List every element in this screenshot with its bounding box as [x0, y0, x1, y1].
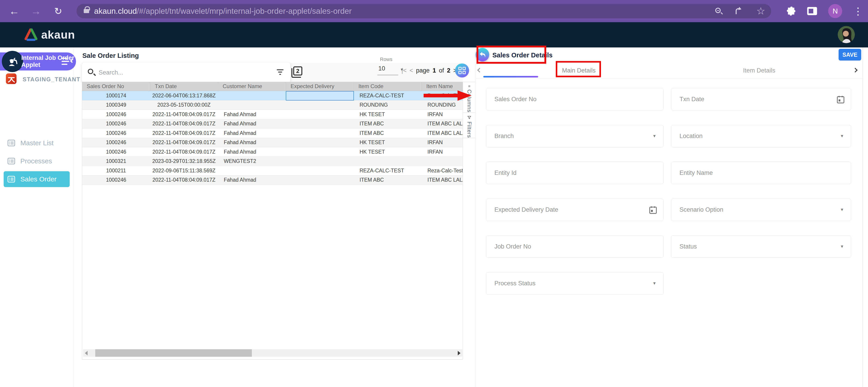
bookmark-star-icon[interactable]: ☆ — [756, 6, 765, 16]
first-page-icon[interactable]: |< — [401, 67, 407, 74]
column-header-expected-delivery[interactable]: Expected Delivery — [286, 82, 354, 91]
column-header-item-code[interactable]: Item Code — [354, 82, 422, 91]
table-cell-txn-date[interactable]: 2022-11-04T08:04:09.017Z — [150, 119, 218, 129]
profile-avatar-badge[interactable]: N — [828, 4, 842, 18]
table-row[interactable]: 10002462022-11-04T08:04:09.017ZFahad Ahm… — [82, 129, 463, 138]
scrollbar-thumb[interactable] — [95, 349, 252, 357]
table-cell-sales-order-no[interactable]: 1000246 — [82, 176, 150, 185]
table-cell-expected-delivery[interactable] — [286, 101, 354, 110]
table-cell-customer-name[interactable]: Fahad Ahmad — [218, 138, 286, 147]
table-row[interactable]: 10002112022-09-06T15:11:38.569ZREZA-CALC… — [82, 166, 463, 176]
table-cell-item-code[interactable]: HK TESET — [354, 138, 422, 147]
multi-listing-icon[interactable]: 2 — [293, 66, 303, 77]
field-expected-delivery-date[interactable]: Expected Delivery Date — [486, 199, 663, 221]
field-process-status[interactable]: Process Status▼ — [486, 272, 663, 294]
table-cell-txn-date[interactable]: 2022-06-04T06:13:17.868Z — [150, 91, 218, 100]
column-header-sales-order-no[interactable]: Sales Order No — [82, 82, 150, 91]
table-cell-item-code[interactable]: REZA-CALC-TEST — [354, 166, 422, 175]
search-box[interactable]: Search... — [82, 63, 290, 82]
table-cell-sales-order-no[interactable]: 1000246 — [82, 147, 150, 156]
selected-cell-outline[interactable] — [286, 91, 354, 101]
table-cell-customer-name[interactable]: Fahad Ahmad — [218, 129, 286, 138]
table-cell-txn-date[interactable]: 2022-11-04T08:04:09.017Z — [150, 138, 218, 147]
table-cell-item-name[interactable]: ITEM ABC LALA — [422, 119, 463, 129]
table-cell-item-name[interactable]: ROUNDING — [422, 101, 463, 110]
zoom-search-icon[interactable] — [715, 8, 722, 14]
table-cell-customer-name[interactable]: Fahad Ahmad — [218, 147, 286, 156]
field-sales-order-no[interactable]: Sales Order No — [486, 88, 663, 110]
table-cell-expected-delivery[interactable] — [286, 166, 354, 175]
field-job-order-no[interactable]: Job Order No — [486, 236, 663, 258]
grid-view-button[interactable] — [455, 64, 469, 77]
forward-icon[interactable]: → — [28, 0, 44, 22]
table-row[interactable]: 10001742022-06-04T06:13:17.868ZREZA-CALC… — [82, 91, 463, 101]
tenant-row[interactable]: STAGING_TENANT — [0, 73, 74, 84]
table-cell-item-code[interactable]: ITEM ABC — [354, 119, 422, 129]
table-row[interactable]: 10003492023-05-15T00:00:00ZROUNDINGROUND… — [82, 101, 463, 110]
table-cell-sales-order-no[interactable]: 1000246 — [82, 129, 150, 138]
table-cell-item-code[interactable]: ITEM ABC — [354, 176, 422, 185]
user-avatar[interactable] — [838, 26, 855, 43]
rows-per-page-select[interactable]: 10 — [378, 65, 385, 72]
table-cell-item-name[interactable]: IRFAN — [422, 110, 463, 119]
table-cell-sales-order-no[interactable]: 1000246 — [82, 110, 150, 119]
field-status[interactable]: Status▼ — [671, 236, 851, 258]
table-row[interactable]: 10002462022-11-04T08:04:09.017ZFahad Ahm… — [82, 147, 463, 157]
applet-pill[interactable]: Internal Job OrderApplet — [0, 52, 76, 70]
table-cell-expected-delivery[interactable] — [286, 147, 354, 156]
table-row[interactable]: 10002462022-11-04T08:04:09.017ZFahad Ahm… — [82, 138, 463, 147]
column-header-txn-date[interactable]: Txn Date — [150, 82, 218, 91]
tabs-scroll-left-icon[interactable] — [477, 68, 482, 72]
share-icon[interactable] — [735, 6, 744, 15]
back-icon[interactable]: ← — [6, 0, 22, 22]
table-row[interactable]: 10002462022-11-04T08:04:09.017ZFahad Ahm… — [82, 176, 463, 185]
table-cell-customer-name[interactable] — [218, 91, 286, 100]
table-cell-item-name[interactable]: ITEM ABC LALA — [422, 176, 463, 185]
sidebar-collapse-icon[interactable] — [62, 57, 74, 66]
table-cell-customer-name[interactable] — [218, 166, 286, 175]
field-location[interactable]: Location▼ — [671, 125, 851, 147]
table-cell-customer-name[interactable] — [218, 101, 286, 110]
table-cell-txn-date[interactable]: 2022-11-04T08:04:09.017Z — [150, 110, 218, 119]
table-row[interactable]: 10003212023-03-29T01:32:18.955ZWENGTEST2 — [82, 157, 463, 166]
sidebar-item-processes[interactable]: Processes — [4, 153, 70, 169]
table-cell-item-code[interactable]: ROUNDING — [354, 101, 422, 110]
scroll-right-icon[interactable] — [458, 351, 461, 355]
table-cell-sales-order-no[interactable]: 1000246 — [82, 138, 150, 147]
table-cell-sales-order-no[interactable]: 1000246 — [82, 119, 150, 129]
dropdown-caret-icon[interactable]: ▼ — [652, 134, 656, 139]
table-cell-item-code[interactable]: HK TESET — [354, 147, 422, 156]
scroll-left-icon[interactable] — [85, 351, 88, 355]
table-cell-expected-delivery[interactable] — [286, 110, 354, 119]
prev-page-icon[interactable]: < — [409, 67, 413, 74]
table-cell-item-name[interactable] — [422, 157, 463, 166]
table-cell-txn-date[interactable]: 2022-09-06T15:11:38.569Z — [150, 166, 218, 175]
field-branch[interactable]: Branch▼ — [486, 125, 663, 147]
column-header-item-name[interactable]: Item Name — [422, 82, 463, 91]
column-header-customer-name[interactable]: Customer Name — [218, 82, 286, 91]
table-cell-expected-delivery[interactable] — [286, 119, 354, 129]
field-scenario-option[interactable]: Scenario Option▼ — [671, 199, 851, 221]
field-entity-id[interactable]: Entity Id — [486, 162, 663, 184]
active-tab-indicator[interactable] — [483, 76, 538, 77]
table-cell-expected-delivery[interactable] — [286, 157, 354, 166]
table-cell-sales-order-no[interactable]: 1000349 — [82, 101, 150, 110]
filter-icon[interactable] — [277, 69, 283, 76]
sidebar-item-master-list[interactable]: Master List — [4, 135, 70, 151]
table-cell-txn-date[interactable]: 2023-05-15T00:00:00Z — [150, 101, 218, 110]
table-cell-txn-date[interactable]: 2022-11-04T08:04:09.017Z — [150, 176, 218, 185]
table-cell-expected-delivery[interactable] — [286, 176, 354, 185]
table-cell-expected-delivery[interactable] — [286, 129, 354, 138]
table-cell-customer-name[interactable]: Fahad Ahmad — [218, 119, 286, 129]
sidebar-item-sales-order[interactable]: Sales Order — [4, 171, 70, 187]
tabs-scroll-right-icon[interactable] — [853, 68, 858, 72]
filters-tab[interactable]: Filters — [463, 113, 475, 138]
field-entity-name[interactable]: Entity Name — [671, 162, 851, 184]
table-cell-item-code[interactable]: HK TESET — [354, 110, 422, 119]
table-row[interactable]: 10002462022-11-04T08:04:09.017ZFahad Ahm… — [82, 119, 463, 129]
dropdown-caret-icon[interactable]: ▼ — [840, 244, 844, 249]
table-cell-txn-date[interactable]: 2022-11-04T08:04:09.017Z — [150, 147, 218, 156]
table-cell-item-name[interactable]: IRFAN — [422, 138, 463, 147]
vertical-scrollbar[interactable] — [863, 47, 863, 387]
table-cell-sales-order-no[interactable]: 1000321 — [82, 157, 150, 166]
